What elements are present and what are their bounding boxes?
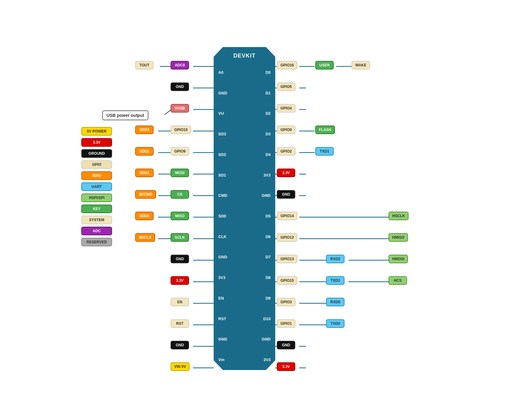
legend-hspi: HSPI/SPI: [81, 193, 112, 202]
badge-user: USER: [315, 61, 334, 70]
badge-vin5v: VIN 5V: [171, 362, 190, 371]
chip-row-11: EN D9: [214, 288, 275, 309]
badge-gpio9: GPIO9: [171, 147, 189, 156]
chip: DEVKIT A0 D0 GND D1 VU D2 SD3 D3 SD2 D4: [214, 47, 275, 370]
chip-row-10: 3V3 D8: [214, 267, 275, 288]
badge-hcs: HCS: [389, 276, 407, 285]
badge-sdclk: SDCLK: [135, 233, 155, 242]
badge-gpio15: GPIO15: [277, 276, 297, 285]
legend: 5V POWER 3.3V GROUND GPIO SDIO UART HSPI…: [81, 127, 112, 246]
badge-gpio13: GPIO13: [277, 255, 297, 263]
badge-sdd0: SDD0: [135, 212, 154, 220]
badge-txd1: TXD1: [315, 147, 334, 156]
legend-badge-3v3: 3.3V: [81, 138, 112, 147]
legend-ground: GROUND: [81, 149, 112, 158]
chip-row-5: SD1 3V3: [214, 165, 275, 185]
chip-row-7: SD0 D5: [214, 206, 275, 226]
badge-txd0: TXD0: [326, 319, 345, 328]
chip-row-1: GND D1: [214, 83, 275, 103]
legend-sdio: SDIO: [81, 171, 112, 180]
badge-rst: RST: [171, 319, 189, 328]
chip-pins: A0 D0 GND D1 VU D2 SD3 D3 SD2 D4 SD1 3V3: [214, 62, 275, 370]
badge-gpio3: GPIO3: [277, 298, 296, 306]
badge-3v3-left-10: 3.3V: [171, 276, 189, 285]
legend-key: KEY: [81, 205, 112, 213]
badge-tout: TOUT: [135, 61, 154, 70]
badge-gnd-1: GND: [171, 82, 189, 91]
chip-row-0: A0 D0: [214, 62, 275, 83]
chip-row-14: Vin 3V3: [214, 349, 275, 370]
legend-uart: UART: [81, 182, 112, 191]
legend-3v3: 3.3V: [81, 138, 112, 147]
badge-gpio12: GPIO12: [277, 233, 297, 242]
chip-row-6: CMD GND: [214, 185, 275, 206]
chip-title: DEVKIT: [233, 47, 256, 62]
badge-flash: FLASH: [315, 125, 335, 134]
legend-badge-ground: GROUND: [81, 149, 112, 158]
legend-badge-sdio: SDIO: [81, 171, 112, 180]
badge-gpio16: GPIO16: [277, 61, 297, 70]
chip-row-3: SD3 D3: [214, 124, 275, 144]
chip-row-12: RST D10: [214, 309, 275, 329]
legend-badge-uart: UART: [81, 182, 112, 191]
usb-power-label: USB power output: [102, 110, 148, 120]
legend-badge-key: KEY: [81, 205, 112, 213]
legend-badge-system: SYSTEM: [81, 216, 112, 224]
badge-gnd-right-13: GND: [277, 341, 295, 349]
chip-row-8: CLK D6: [214, 226, 275, 247]
badge-gnd-right-6: GND: [277, 190, 295, 199]
diagram: DEVKIT A0 D0 GND D1 VU D2 SD3 D3 SD2 D4: [81, 22, 451, 392]
badge-sdd2: SDD2: [135, 147, 154, 156]
chip-row-2: VU D2: [214, 103, 275, 124]
legend-gpio: GPIO: [81, 160, 112, 169]
badge-hmosi: HMOSI: [389, 255, 408, 263]
legend-system: SYSTEM: [81, 216, 112, 224]
legend-badge-5vpower: 5V POWER: [81, 127, 112, 136]
badge-hmiso: HMISO: [389, 233, 408, 242]
badge-gnd-9: GND: [171, 255, 189, 263]
legend-badge-gpio: GPIO: [81, 160, 112, 169]
badge-gpio0: GPIO0: [277, 125, 296, 134]
chip-row-13: GND GND: [214, 329, 275, 350]
chip-row-4: SD2 D4: [214, 144, 275, 165]
badge-wake: WAKE: [352, 61, 370, 70]
chip-row-9: GND D7: [214, 247, 275, 268]
badge-hsclk: HSCLK: [389, 212, 409, 220]
badge-gpio2: GPIO2: [277, 147, 296, 156]
badge-gnd-13: GND: [171, 341, 189, 349]
badge-3v3-right-14: 3.3V: [277, 362, 295, 371]
legend-badge-adc: ADC: [81, 227, 112, 235]
badge-gpio1: GPIO1: [277, 319, 296, 328]
legend-badge-hspi: HSPI/SPI: [81, 193, 112, 202]
badge-sdd1: SDD1: [135, 169, 154, 177]
badge-vusb: VUSB: [171, 104, 189, 113]
badge-mosi: MOSI: [171, 169, 189, 177]
badge-sclk: SCLK: [171, 233, 189, 242]
badge-sdcmd: SDCMD: [135, 190, 156, 199]
badge-sdd3: SDD3: [135, 125, 154, 134]
badge-gpio5: GPIO5: [277, 82, 296, 91]
badge-txd2: TXD2: [326, 276, 345, 285]
legend-adc: ADC: [81, 227, 112, 235]
badge-adc0: ADC0: [171, 61, 189, 70]
legend-reserved: RESERVED: [81, 238, 112, 246]
badge-rxd2: RXD2: [326, 255, 345, 263]
badge-rxd0: RXD0: [326, 298, 345, 306]
legend-5vpower: 5V POWER: [81, 127, 112, 136]
badge-gpio14: GPIO14: [277, 212, 297, 220]
badge-gpio4: GPIO4: [277, 104, 296, 113]
legend-badge-reserved: RESERVED: [81, 238, 112, 246]
badge-3v3-right-5: 3.3V: [277, 169, 295, 177]
badge-en: EN: [171, 298, 189, 306]
badge-gpio10: GPIO10: [171, 125, 191, 134]
badge-miso: MISO: [171, 212, 189, 220]
badge-cs: CS: [171, 190, 189, 199]
